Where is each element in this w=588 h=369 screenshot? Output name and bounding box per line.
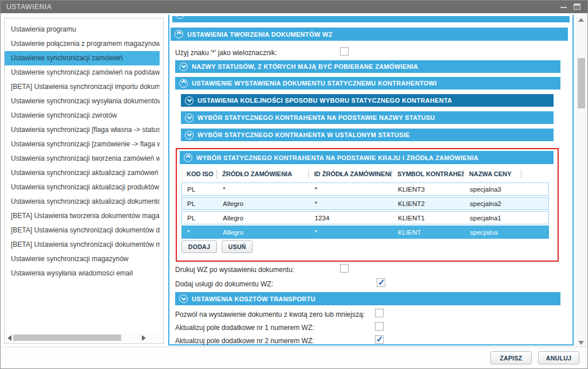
sidebar-item-aktualizacja-zamowien[interactable]: Ustawienia synchronizacji aktualizacji z… <box>5 166 160 180</box>
sidebar-item-ustawienia-programu[interactable]: Ustawienia programu <box>5 22 160 37</box>
column-header-id-zrodla[interactable]: ID ŹRÓDŁA ZAMÓWINENIA <box>309 169 392 178</box>
section-header-statyczny-kontrahent[interactable]: USTAWIENIE WYSTAWIENIA DOKUMENTU STATYCZ… <box>175 77 560 90</box>
kwota-zero-label: Pozwól na wystawienie dokumentu z kwotą … <box>175 310 365 318</box>
cell-kod-iso: PL <box>182 200 218 207</box>
dodaj-uslugi-label: Dodaj usługi do dokumentu WZ: <box>175 280 273 288</box>
table-row-selected[interactable]: * Allegro * KLIENT specjalna <box>181 226 549 239</box>
section-header-wybor-kraj-zrodlo[interactable]: WYBÓR STATYCZNEGO KONTRAHENTA NA PODSTAW… <box>180 151 554 164</box>
scroll-left-icon[interactable] <box>7 335 11 341</box>
maximize-icon[interactable] <box>574 3 581 10</box>
chevron-up-icon <box>175 30 183 38</box>
section-header-wybor-nazwa-statusu[interactable]: WYBÓR STATYCZNEGO KONTRAHENTA NA PODSTAW… <box>181 111 554 124</box>
chevron-down-icon <box>185 131 194 139</box>
cell-zrodlo: Allegro <box>218 200 310 207</box>
cell-id-zrodla: * <box>310 200 393 207</box>
sidebar-horizontal-scrollbar[interactable] <box>6 333 160 342</box>
section-title: WYBÓR STATYCZNEGO KONTRAHENTA NA PODSTAW… <box>196 154 478 161</box>
pole-dodatkowe-1-checkbox[interactable] <box>375 322 384 331</box>
sidebar-item-list: Ustawienia programu Ustawienie połączeni… <box>5 22 163 281</box>
minimize-icon[interactable] <box>560 7 567 8</box>
sidebar-item-aktualizacja-dokumentow[interactable]: Ustawienia synchronizacji aktualizacji d… <box>5 195 160 209</box>
column-header-kod-iso[interactable]: KOD ISO <box>181 169 217 178</box>
dodaj-uslugi-checkbox[interactable] <box>377 278 385 287</box>
settings-main-panel: USTAWIENIA TWORZENIA DOKUMENTÓW WZ Użyj … <box>168 15 574 345</box>
cell-kod-iso: PL <box>182 215 218 222</box>
sidebar-item-magazyny[interactable]: Ustawienie synchronizacji magazynów <box>5 252 160 266</box>
column-header-nazwa-ceny[interactable]: NAZWA CENY <box>464 169 521 178</box>
chevron-down-icon <box>179 63 188 71</box>
settings-window: USTAWIENIA Ustawienia programu Ustawieni… <box>0 0 588 369</box>
sidebar-item-email[interactable]: Ustawienia wysyłania wiadomości email <box>5 266 160 281</box>
cell-symbol: KLIENT <box>393 229 465 236</box>
title-bar: USTAWIENIA <box>1 1 587 13</box>
vertical-scrollbar-thumb[interactable] <box>578 58 585 108</box>
column-header-symbol[interactable]: SYMBOL KONTRAHENTA <box>392 169 464 178</box>
sidebar-item-flaga-status[interactable]: Ustawienia synchronizacji [flaga własna … <box>5 123 160 137</box>
cell-zrodlo: Allegro <box>218 229 310 236</box>
pole-dodatkowe-1-label: Aktualizuj pole dodatkowe nr 1 numerem W… <box>175 324 314 332</box>
column-header-zrodlo[interactable]: ŹRÓDŁO ZAMÓWIENIA <box>217 169 309 178</box>
wildcard-checkbox[interactable] <box>340 47 349 56</box>
section-title: WYBÓR STATYCZNEGO KONTRAHENTA W USTALONY… <box>198 131 410 138</box>
scroll-right-icon[interactable] <box>142 335 146 341</box>
zapisz-button[interactable]: ZAPISZ <box>490 351 532 364</box>
sidebar-item-beta-dokumenty-magaz[interactable]: [BETA] Ustawienia synchronizacji dokumen… <box>5 238 160 252</box>
pole-dodatkowe-2-label: Aktualizuj pole dodatkowe nr 2 numerem W… <box>175 337 314 345</box>
table-row[interactable]: PL * * KLIENT3 specjalna3 <box>181 182 549 196</box>
section-header-kolejnosc-wyboru[interactable]: USTAWIENIA KOLEJNOŚCI SPOSOBU WYBORU STA… <box>181 94 554 107</box>
window-title: USTAWIENIA <box>6 1 52 13</box>
usun-button[interactable]: USUŃ <box>222 240 253 253</box>
settings-sidebar: Ustawienia programu Ustawienie połączeni… <box>4 18 164 344</box>
sidebar-item-polaczenie-magazyn[interactable]: Ustawienie połączenia z programem magazy… <box>5 37 160 51</box>
section-title: WYBÓR STATYCZNEGO KONTRAHENTA NA PODSTAW… <box>198 114 435 121</box>
main-vertical-scrollbar[interactable] <box>576 15 587 348</box>
column-header-empty <box>521 169 549 178</box>
sidebar-item-beta-dokumenty-dostaw[interactable]: [BETA] Ustawienia synchronizacji dokumen… <box>5 223 160 238</box>
cell-symbol: KLIENT2 <box>393 200 465 207</box>
horizontal-scrollbar-thumb[interactable] <box>13 335 121 341</box>
chevron-down-icon <box>185 96 194 105</box>
cell-zrodlo: Allegro <box>218 215 310 222</box>
scroll-up-icon[interactable] <box>578 18 584 22</box>
section-header-clipped[interactable] <box>172 16 570 22</box>
drukuj-wz-checkbox[interactable] <box>340 264 349 273</box>
dodaj-button[interactable]: DODAJ <box>181 240 217 253</box>
sidebar-item-synchronizacja-zamowien[interactable]: Ustawienie synchronizacji zamówień <box>5 51 160 65</box>
sidebar-item-aktualizacja-produktow[interactable]: Ustawienia synchronizacji aktualizacji p… <box>5 180 160 195</box>
cell-nazwa-ceny: specjalna2 <box>465 200 522 207</box>
kwota-zero-checkbox[interactable] <box>375 309 384 317</box>
cell-symbol: KLIENT1 <box>393 215 465 222</box>
kontrahent-mapping-table: KOD ISO ŹRÓDŁO ZAMÓWIENIA ID ŹRÓDŁA ZAMÓ… <box>181 166 549 239</box>
cell-id-zrodla: 1234 <box>310 215 393 222</box>
sidebar-item-wysylanie-dokumentow[interactable]: Ustawienie synchronizacji wysyłania doku… <box>5 94 160 108</box>
cell-symbol: KLIENT3 <box>393 186 465 193</box>
cell-zrodlo: * <box>218 186 310 193</box>
dialog-footer: ZAPISZ ANULUJ <box>1 347 587 368</box>
chevron-down-icon <box>179 294 188 303</box>
sidebar-item-beta-dokumenty-magazynowe[interactable]: [BETA] Ustawienia tworzenia dokumentów m… <box>5 209 160 223</box>
section-header-nazwy-statusow[interactable]: NAZWY STATUSÓW, Z KTÓRYCH MAJĄ BYĆ POBIE… <box>175 60 560 73</box>
cell-kod-iso: * <box>182 229 218 236</box>
cell-nazwa-ceny: specjalna3 <box>465 186 522 193</box>
section-header-koszty-transportu[interactable]: USTAWIENIA KOSZTÓW TRANSPORTU <box>175 292 560 305</box>
sidebar-item-zamowienia-na-podstawie[interactable]: Ustawienie synchronizacji zamówień na po… <box>5 65 160 80</box>
section-header-wybor-ustalony-status[interactable]: WYBÓR STATYCZNEGO KONTRAHENTA W USTALONY… <box>181 129 554 141</box>
sidebar-item-tworzenie-zamowien[interactable]: Ustawienia synchronizacji tworzenia zamó… <box>5 152 160 166</box>
pole-dodatkowe-2-checkbox[interactable] <box>375 335 384 344</box>
sidebar-item-zwroty[interactable]: Ustawienie synchronizacji zwrotów <box>5 108 160 123</box>
cell-nazwa-ceny: specjalna <box>465 229 522 236</box>
section-header-tworzenie-wz[interactable]: USTAWIENIA TWORZENIA DOKUMENTÓW WZ <box>171 28 568 41</box>
sidebar-item-beta-import-dokumentow[interactable]: [BETA] Ustawienia synchronizacji importu… <box>5 80 160 94</box>
chevron-down-icon <box>185 114 194 122</box>
section-title: USTAWIENIA TWORZENIA DOKUMENTÓW WZ <box>187 31 332 38</box>
scroll-down-icon[interactable] <box>578 341 584 345</box>
section-title: USTAWIENIA KOSZTÓW TRANSPORTU <box>192 296 315 302</box>
anuluj-button[interactable]: ANULUJ <box>538 351 579 364</box>
table-row[interactable]: PL Allegro 1234 KLIENT1 specjalna1 <box>181 211 549 224</box>
cell-id-zrodla: * <box>310 186 393 193</box>
cell-nazwa-ceny: specjalna1 <box>465 215 522 222</box>
table-row[interactable]: PL Allegro * KLIENT2 specjalna2 <box>181 197 549 210</box>
chevron-circle-icon <box>176 16 184 19</box>
section-title: NAZWY STATUSÓW, Z KTÓRYCH MAJĄ BYĆ POBIE… <box>192 63 418 70</box>
sidebar-item-zamowienie-flaga[interactable]: Ustawienia synchronizacji [zamówienie ->… <box>5 137 160 152</box>
